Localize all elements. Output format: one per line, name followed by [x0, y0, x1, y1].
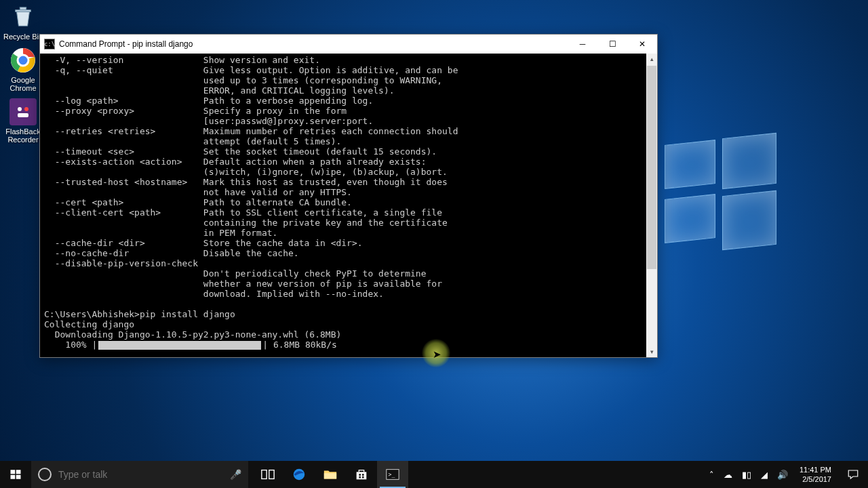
- desktop-icon-flashback[interactable]: FlashBack Recorder: [3, 98, 43, 144]
- desktop-icon-label: Recycle Bin: [3, 33, 43, 41]
- svg-rect-0: [20, 7, 26, 10]
- chrome-icon: [9, 46, 37, 75]
- titlebar[interactable]: c:\ Command Prompt - pip install django …: [40, 35, 657, 54]
- cortana-icon: [38, 468, 52, 481]
- taskbar: 🎤 >_ ˄ ☁ ▮▯ ◢ 🔊 11:41 PM 2/5/2017: [0, 461, 868, 488]
- recycle-bin-icon: [9, 3, 37, 31]
- svg-text:>_: >_: [389, 471, 395, 478]
- svg-point-4: [18, 107, 22, 111]
- desktop-icon-label: FlashBack Recorder: [3, 127, 43, 144]
- svg-point-5: [24, 107, 28, 111]
- svg-rect-7: [11, 470, 16, 474]
- tray-show-hidden-icons[interactable]: ˄: [706, 470, 717, 480]
- svg-rect-18: [362, 476, 364, 479]
- progress-bar: [98, 341, 261, 350]
- scrollbar[interactable]: ▴ ▾: [646, 54, 657, 357]
- desktop-icon-recycle-bin[interactable]: Recycle Bin: [3, 3, 43, 41]
- svg-rect-12: [269, 470, 274, 479]
- start-button[interactable]: [0, 461, 31, 488]
- window-title: Command Prompt - pip install django: [59, 39, 568, 49]
- svg-rect-16: [362, 474, 364, 476]
- wallpaper-windows-logo: [665, 136, 780, 251]
- scroll-down-button[interactable]: ▾: [646, 346, 657, 357]
- svg-rect-15: [359, 474, 361, 476]
- terminal-body[interactable]: -V, --version Show version and exit. -q,…: [40, 54, 657, 357]
- taskbar-edge[interactable]: [283, 461, 315, 488]
- tray-onedrive-icon[interactable]: ☁: [720, 470, 736, 480]
- tray-date: 2/5/2017: [800, 474, 831, 484]
- taskbar-store[interactable]: [346, 461, 377, 488]
- system-tray: ˄ ☁ ▮▯ ◢ 🔊 11:41 PM 2/5/2017: [706, 461, 868, 488]
- svg-rect-10: [16, 475, 21, 479]
- task-view-button[interactable]: [252, 461, 283, 488]
- svg-rect-8: [16, 470, 21, 474]
- tray-battery-icon[interactable]: ▮▯: [738, 470, 755, 480]
- svg-rect-6: [18, 113, 28, 117]
- svg-rect-14: [324, 473, 336, 479]
- scroll-up-button[interactable]: ▴: [646, 54, 657, 64]
- command-prompt-window[interactable]: c:\ Command Prompt - pip install django …: [39, 34, 658, 358]
- tray-volume-icon[interactable]: 🔊: [774, 470, 791, 480]
- svg-rect-17: [359, 476, 361, 479]
- scroll-thumb[interactable]: [647, 66, 656, 269]
- microphone-icon[interactable]: 🎤: [230, 469, 241, 480]
- desktop-icon-label: Google Chrome: [3, 76, 43, 92]
- terminal-output[interactable]: -V, --version Show version and exit. -q,…: [40, 54, 646, 357]
- action-center-button[interactable]: [840, 468, 867, 481]
- search-box[interactable]: 🎤: [31, 461, 248, 488]
- close-button[interactable]: ✕: [627, 35, 657, 54]
- tray-clock[interactable]: 11:41 PM 2/5/2017: [794, 465, 837, 484]
- search-input[interactable]: [58, 469, 223, 480]
- svg-rect-11: [262, 470, 267, 479]
- taskbar-cmd[interactable]: >_: [377, 461, 408, 488]
- tray-wifi-icon[interactable]: ◢: [757, 470, 771, 480]
- flashback-icon: [9, 98, 37, 126]
- cmd-icon: c:\: [44, 39, 55, 49]
- svg-rect-9: [11, 475, 16, 479]
- desktop-icons: Recycle Bin Google Chrome FlashBack Reco…: [3, 3, 43, 144]
- minimize-button[interactable]: ─: [568, 35, 597, 54]
- desktop-icon-google-chrome[interactable]: Google Chrome: [3, 46, 43, 92]
- tray-time: 11:41 PM: [800, 465, 831, 474]
- maximize-button[interactable]: ☐: [597, 35, 627, 54]
- taskbar-file-explorer[interactable]: [315, 461, 346, 488]
- taskbar-apps: >_: [252, 461, 408, 488]
